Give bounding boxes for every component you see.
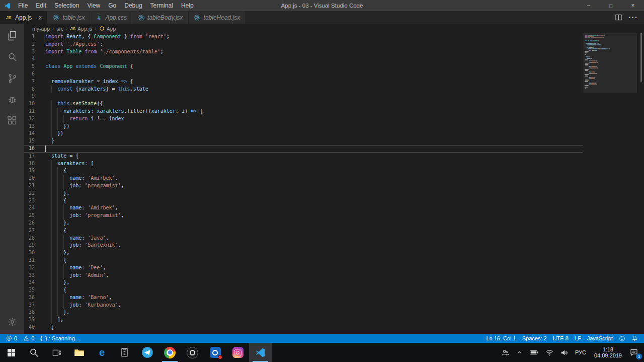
code-line-19[interactable]: 19 { bbox=[24, 167, 637, 175]
code-line-36[interactable]: 36 name: 'Barno', bbox=[24, 294, 637, 302]
code-line-20[interactable]: 20 name: 'Amirbek', bbox=[24, 175, 637, 182]
line-number[interactable]: 26 bbox=[24, 220, 35, 227]
activity-debug[interactable] bbox=[0, 89, 24, 110]
line-number[interactable]: 33 bbox=[24, 272, 35, 279]
clock[interactable]: 1:18 04.09.2019 bbox=[590, 343, 626, 362]
taskbar-messenger-app[interactable] bbox=[204, 343, 226, 362]
menu-help[interactable]: Help bbox=[177, 0, 198, 11]
status-item[interactable]: Ln 16, Col 1 bbox=[483, 334, 519, 343]
code-line-9[interactable]: 9 bbox=[24, 93, 637, 100]
status-item[interactable]: JavaScript bbox=[584, 334, 616, 343]
line-number[interactable]: 7 bbox=[24, 78, 35, 86]
breadcrumb-item-my-app[interactable]: my-app bbox=[32, 26, 50, 32]
line-number[interactable]: 13 bbox=[24, 123, 35, 130]
line-number[interactable]: 40 bbox=[24, 324, 35, 331]
line-number[interactable]: 9 bbox=[24, 93, 35, 100]
line-number[interactable]: 39 bbox=[24, 316, 35, 324]
code-line-26[interactable]: 26 }, bbox=[24, 220, 637, 227]
line-number[interactable]: 1 bbox=[24, 33, 35, 41]
line-number[interactable]: 27 bbox=[24, 227, 35, 235]
line-number[interactable]: 10 bbox=[24, 100, 35, 108]
editor[interactable]: 1import React, { Component } from 'react… bbox=[24, 33, 644, 334]
menu-go[interactable]: Go bbox=[104, 0, 120, 11]
taskbar-chrome[interactable] bbox=[158, 343, 181, 362]
editor-scrollbar[interactable] bbox=[637, 33, 644, 334]
line-number[interactable]: 25 bbox=[24, 212, 35, 220]
breadcrumb-item-src[interactable]: src bbox=[56, 26, 63, 32]
code-line-13[interactable]: 13 }) bbox=[24, 123, 637, 130]
status-item[interactable]: {..} : Scanning... bbox=[37, 334, 83, 343]
tray-battery[interactable] bbox=[526, 349, 542, 355]
line-number[interactable]: 4 bbox=[24, 55, 35, 63]
close-button[interactable]: × bbox=[622, 0, 644, 11]
line-number[interactable]: 23 bbox=[24, 197, 35, 205]
code-line-40[interactable]: 40 } bbox=[24, 324, 637, 331]
breadcrumb-item-App.js[interactable]: JSApp.js bbox=[70, 26, 93, 32]
code-line-35[interactable]: 35 { bbox=[24, 286, 637, 294]
code-line-5[interactable]: 5class App extends Component { bbox=[24, 63, 637, 70]
menu-selection[interactable]: Selection bbox=[50, 0, 83, 11]
code-line-10[interactable]: 10 this.setState({ bbox=[24, 100, 637, 108]
code-line-12[interactable]: 12 return i !== index bbox=[24, 115, 637, 123]
taskbar-instagram[interactable] bbox=[226, 343, 249, 362]
line-number[interactable]: 30 bbox=[24, 249, 35, 257]
code-line-1[interactable]: 1import React, { Component } from 'react… bbox=[24, 33, 637, 41]
line-number[interactable]: 38 bbox=[24, 309, 35, 316]
taskbar-task-view[interactable] bbox=[45, 343, 68, 362]
line-number[interactable]: 17 bbox=[24, 153, 35, 160]
status-item[interactable]: 0 bbox=[20, 334, 37, 343]
code-line-11[interactable]: 11 xarakters: xarakters.filter((xarakter… bbox=[24, 108, 637, 115]
tray-volume[interactable] bbox=[557, 349, 572, 356]
code-line-38[interactable]: 38 }, bbox=[24, 309, 637, 316]
status-feedback[interactable] bbox=[616, 334, 628, 343]
menu-view[interactable]: View bbox=[83, 0, 104, 11]
tab-App.css[interactable]: #App.css bbox=[90, 11, 132, 24]
breadcrumb-item-App[interactable]: App bbox=[99, 26, 116, 32]
code-line-3[interactable]: 3import Table from './components/table'; bbox=[24, 48, 637, 56]
activity-search[interactable] bbox=[0, 46, 24, 67]
keyboard-language[interactable]: РУС bbox=[572, 343, 590, 362]
line-number[interactable]: 14 bbox=[24, 130, 35, 137]
taskbar-vscode[interactable] bbox=[249, 343, 272, 362]
taskbar-file-explorer[interactable] bbox=[68, 343, 91, 362]
code-line-39[interactable]: 39 ], bbox=[24, 316, 637, 324]
code-line-29[interactable]: 29 job: 'Santexnik', bbox=[24, 242, 637, 249]
taskbar-edge[interactable]: e bbox=[91, 343, 113, 362]
line-number[interactable]: 6 bbox=[24, 70, 35, 78]
line-number[interactable]: 28 bbox=[24, 235, 35, 242]
line-number[interactable]: 34 bbox=[24, 279, 35, 286]
line-number[interactable]: 29 bbox=[24, 242, 35, 249]
line-number[interactable]: 24 bbox=[24, 204, 35, 212]
status-item[interactable]: LF bbox=[572, 334, 584, 343]
maximize-button[interactable]: □ bbox=[600, 0, 622, 11]
line-number[interactable]: 19 bbox=[24, 167, 35, 175]
menu-terminal[interactable]: Terminal bbox=[146, 0, 177, 11]
tab-App.js[interactable]: JSApp.js× bbox=[0, 11, 47, 24]
line-number[interactable]: 8 bbox=[24, 86, 35, 93]
code-line-34[interactable]: 34 }, bbox=[24, 279, 637, 286]
line-number[interactable]: 36 bbox=[24, 294, 35, 302]
action-center[interactable]: 3 bbox=[626, 343, 644, 362]
code-line-22[interactable]: 22 }, bbox=[24, 190, 637, 197]
tab-tableBody.jsx[interactable]: tableBody.jsx bbox=[132, 11, 188, 24]
menu-debug[interactable]: Debug bbox=[120, 0, 146, 11]
scrollbar-thumb[interactable] bbox=[640, 33, 642, 82]
taskbar-calculator[interactable] bbox=[113, 343, 136, 362]
status-item[interactable]: UTF-8 bbox=[550, 334, 572, 343]
line-number[interactable]: 15 bbox=[24, 137, 35, 145]
line-number[interactable]: 16 bbox=[24, 145, 35, 153]
activity-extensions[interactable] bbox=[0, 110, 24, 131]
code-line-25[interactable]: 25 job: 'programist', bbox=[24, 212, 637, 220]
status-item[interactable]: 0 bbox=[3, 334, 20, 343]
line-number[interactable]: 5 bbox=[24, 63, 35, 70]
line-number[interactable]: 18 bbox=[24, 160, 35, 168]
activity-explorer[interactable] bbox=[0, 25, 24, 46]
more-actions-icon[interactable]: ··· bbox=[628, 13, 638, 22]
menu-edit[interactable]: Edit bbox=[32, 0, 50, 11]
code-line-8[interactable]: 8 const {xarakters} = this.state bbox=[24, 86, 637, 93]
status-item[interactable]: Spaces: 2 bbox=[519, 334, 550, 343]
taskbar-search[interactable] bbox=[23, 343, 45, 362]
code-line-23[interactable]: 23 { bbox=[24, 197, 637, 205]
line-number[interactable]: 22 bbox=[24, 190, 35, 197]
taskbar-telegram[interactable] bbox=[136, 343, 158, 362]
